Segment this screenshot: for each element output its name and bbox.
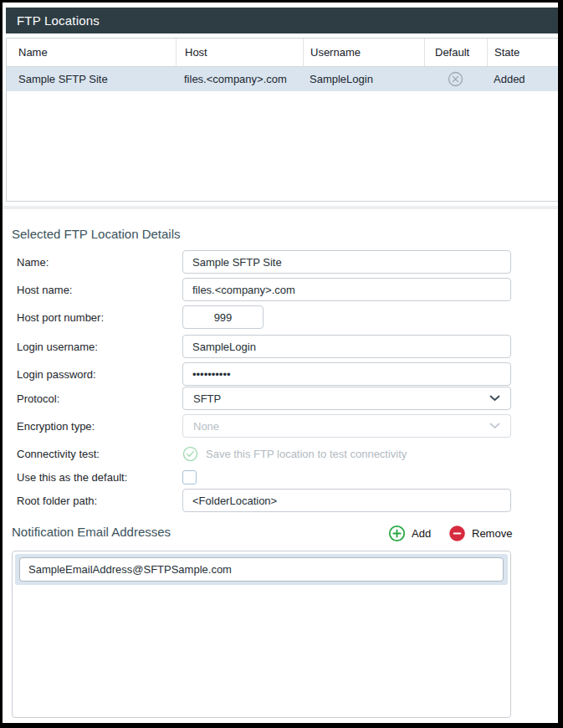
row-cell-username: SampleLogin <box>303 67 424 91</box>
connectivity-field-row: Connectivity test: Save this FTP locatio… <box>3 442 558 465</box>
connectivity-test-label: Connectivity test: <box>3 448 182 460</box>
protocol-label: Protocol: <box>3 392 182 405</box>
encryption-type-label: Encryption type: <box>3 420 182 433</box>
protocol-selected-value: SFTP <box>193 392 221 405</box>
add-button-label: Add <box>412 527 431 540</box>
name-label: Name: <box>3 256 182 269</box>
circle-x-icon <box>448 71 463 87</box>
window-title: FTP Locations <box>6 8 558 33</box>
email-address-input[interactable] <box>19 557 504 582</box>
root-folder-field-row: Root folder path: <box>3 489 558 512</box>
column-header-username: Username <box>303 38 424 66</box>
port-field-row: Host port number: <box>3 305 558 329</box>
ftp-locations-window: FTP Locations Name Host Username Default… <box>0 0 563 728</box>
row-cell-default <box>424 67 487 91</box>
connectivity-hint: Save this FTP location to test connectiv… <box>182 446 407 462</box>
host-name-input[interactable] <box>182 278 511 301</box>
section-divider <box>3 206 558 209</box>
protocol-field-row: Protocol: SFTP <box>3 387 558 410</box>
login-password-input[interactable] <box>182 362 511 386</box>
ftp-locations-table: Name Host Username Default State Sample … <box>6 38 558 202</box>
column-header-default: Default <box>424 38 487 66</box>
name-input[interactable] <box>182 250 511 274</box>
check-circle-icon <box>182 446 198 462</box>
minus-circle-icon <box>448 525 466 542</box>
default-field-row: Use this as the default: <box>3 465 558 489</box>
root-folder-input[interactable] <box>182 489 511 512</box>
root-folder-label: Root folder path: <box>3 495 182 507</box>
host-port-label: Host port number: <box>3 311 182 324</box>
connectivity-hint-text: Save this FTP location to test connectiv… <box>206 448 407 460</box>
login-username-label: Login username: <box>3 341 182 353</box>
login-username-input[interactable] <box>182 335 511 358</box>
remove-email-button[interactable]: Remove <box>448 524 512 542</box>
chevron-down-icon <box>489 395 500 402</box>
host-field-row: Host name: <box>3 278 558 301</box>
host-port-input[interactable] <box>182 305 264 329</box>
chevron-down-icon <box>489 423 500 429</box>
username-field-row: Login username: <box>3 335 558 358</box>
encryption-type-select: None <box>182 414 511 438</box>
email-list-item-selected[interactable] <box>15 554 508 585</box>
add-email-button[interactable]: Add <box>388 524 431 542</box>
password-field-row: Login password: <box>3 362 558 386</box>
use-default-checkbox[interactable] <box>182 470 197 484</box>
encryption-field-row: Encryption type: None <box>3 414 558 438</box>
name-field-row: Name: <box>3 250 558 274</box>
email-address-list[interactable] <box>12 551 511 718</box>
row-cell-host: files.<company>.com <box>176 67 303 91</box>
login-password-label: Login password: <box>3 368 182 381</box>
table-row[interactable]: Sample SFTP Site files.<company>.com Sam… <box>7 67 558 91</box>
row-cell-state: Added <box>487 67 558 91</box>
column-header-host: Host <box>176 38 303 66</box>
column-header-state: State <box>487 38 558 66</box>
row-cell-name: Sample SFTP Site <box>7 67 176 91</box>
table-header-row: Name Host Username Default State <box>7 38 558 67</box>
column-header-name: Name <box>7 38 176 66</box>
notifications-section-title: Notification Email Addresses <box>12 525 171 539</box>
details-section-title: Selected FTP Location Details <box>12 227 181 241</box>
protocol-select[interactable]: SFTP <box>182 387 511 410</box>
remove-button-label: Remove <box>472 527 512 540</box>
encryption-selected-value: None <box>193 420 219 433</box>
plus-circle-icon <box>388 525 406 542</box>
host-name-label: Host name: <box>3 284 182 296</box>
use-default-label: Use this as the default: <box>3 471 182 484</box>
